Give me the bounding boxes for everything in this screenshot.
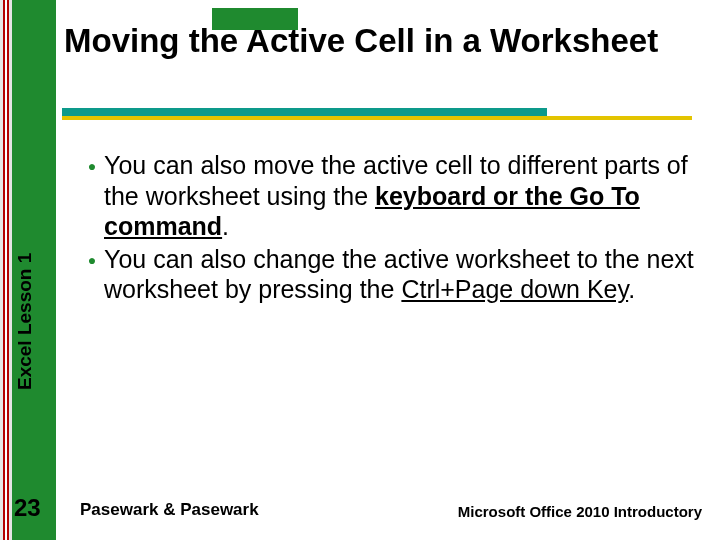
left-decorative-stripe (0, 0, 12, 540)
bullet-post: . (222, 212, 229, 240)
slide: Moving the Active Cell in a Worksheet Ex… (0, 0, 720, 540)
slide-title: Moving the Active Cell in a Worksheet (62, 22, 702, 60)
bullet-icon: ● (80, 244, 104, 305)
bullet-item: ● You can also change the active workshe… (80, 244, 695, 305)
footer-author: Pasewark & Pasewark (80, 500, 259, 520)
bullet-emph: Ctrl+Page down Key (401, 275, 628, 303)
body-content: ● You can also move the active cell to d… (80, 150, 695, 307)
bullet-text: You can also change the active worksheet… (104, 244, 695, 305)
bullet-text: You can also move the active cell to dif… (104, 150, 695, 242)
bullet-icon: ● (80, 150, 104, 242)
accent-divider (62, 108, 692, 122)
title-area: Moving the Active Cell in a Worksheet (62, 16, 702, 70)
sidebar-lesson-label: Excel Lesson 1 (14, 253, 36, 390)
footer-course: Microsoft Office 2010 Introductory (458, 503, 702, 520)
bullet-item: ● You can also move the active cell to d… (80, 150, 695, 242)
bullet-post: . (628, 275, 635, 303)
accent-yellow-bar (62, 116, 692, 120)
title-decorative-block (212, 8, 298, 30)
page-number: 23 (14, 494, 41, 522)
